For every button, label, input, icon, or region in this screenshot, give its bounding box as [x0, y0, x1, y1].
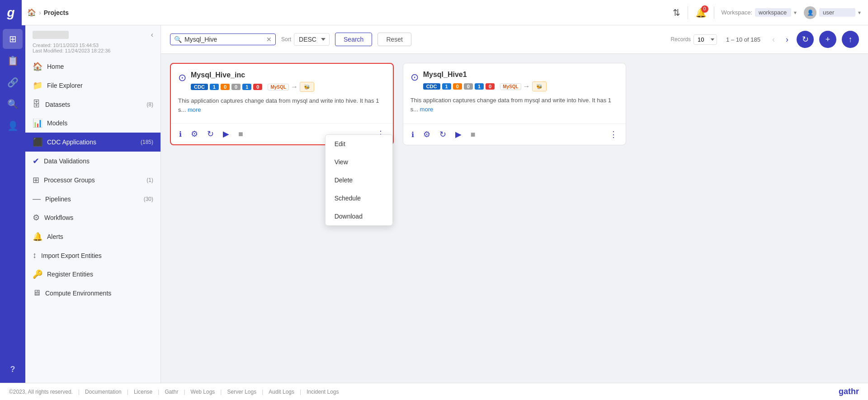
- main-body: ⊞ 📋 🔗 🔍 👤 ? ‹ Created: 10/11/2023 15:44:…: [0, 25, 868, 383]
- logo-letter: g: [7, 5, 14, 20]
- sidebar-nav: 🏠 Home 📁 File Explorer 🗄 Datasets (8) 📊 …: [25, 57, 160, 383]
- gear-icon-1: ⚙: [191, 129, 198, 139]
- sidebar-item-home[interactable]: 🏠 Home: [25, 57, 160, 76]
- workspace-selector[interactable]: Workspace: workspace ▾: [722, 8, 797, 17]
- context-menu-delete[interactable]: Delete: [326, 171, 392, 189]
- rail-item-help[interactable]: ?: [3, 359, 23, 379]
- toolbar: 🔍 ✕ Sort DESC ASC Search Reset Records 1…: [161, 25, 868, 54]
- logo[interactable]: g: [0, 0, 22, 25]
- sidebar-item-pipelines[interactable]: — Pipelines (30): [25, 190, 160, 208]
- footer-link-docs[interactable]: Documentation: [85, 389, 122, 395]
- context-menu-view[interactable]: View: [326, 153, 392, 171]
- sidebar-item-models[interactable]: 📊 Models: [25, 114, 160, 133]
- info-icon-2: ℹ: [411, 130, 414, 139]
- notification-count: 0: [701, 5, 708, 13]
- import-export-icon-btn[interactable]: ⇅: [673, 7, 680, 18]
- page-footer: ©2023, All rights reserved. | Documentat…: [0, 383, 868, 400]
- settings-btn-1[interactable]: ⚙: [190, 128, 199, 140]
- sidebar-item-datasets[interactable]: 🗄 Datasets (8): [25, 95, 160, 114]
- hive-chip-1: 🐝: [300, 82, 314, 92]
- footer-link-server-logs[interactable]: Server Logs: [227, 389, 256, 395]
- sidebar-item-label-alerts: Alerts: [47, 233, 153, 240]
- search-box: 🔍 ✕: [170, 33, 276, 45]
- rail-item-dashboard[interactable]: ⊞: [3, 29, 23, 49]
- sidebar-item-label-models: Models: [47, 119, 153, 127]
- info-btn-2[interactable]: ℹ: [410, 129, 415, 140]
- stop-btn-2[interactable]: ■: [470, 129, 476, 140]
- footer-link-gathr[interactable]: Gathr: [165, 389, 178, 395]
- sidebar-item-data-validations[interactable]: ✔ Data Validations: [25, 152, 160, 171]
- gear-icon-2: ⚙: [423, 129, 430, 139]
- refresh-card-btn-2[interactable]: ↻: [439, 129, 447, 140]
- card-more-link-1[interactable]: more: [188, 106, 201, 113]
- sidebar-item-workflows[interactable]: ⚙ Workflows: [25, 208, 160, 227]
- refresh-card-btn-1[interactable]: ↻: [206, 128, 215, 140]
- icon-rail: ⊞ 📋 🔗 🔍 👤 ?: [0, 25, 25, 383]
- add-btn[interactable]: +: [819, 31, 836, 48]
- card-title-1: Mysql_Hive_inc: [191, 71, 386, 79]
- context-menu: Edit View Delete Schedule Download: [325, 134, 393, 226]
- card-title-row-1: ⊙ Mysql_Hive_inc CDC 1 0 0 1 0: [178, 71, 386, 92]
- sidebar-item-cdc-applications[interactable]: ⬛ CDC Applications (185): [25, 133, 160, 152]
- stop-btn-1[interactable]: ■: [237, 129, 244, 140]
- card-title-2: Mysql_Hive1: [423, 71, 619, 79]
- footer-link-license[interactable]: License: [134, 389, 152, 395]
- sidebar-item-alerts[interactable]: 🔔 Alerts: [25, 227, 160, 246]
- rail-item-users[interactable]: 👤: [3, 116, 23, 136]
- arrow-icon-2: →: [523, 82, 530, 90]
- rail-item-search[interactable]: 🔍: [3, 94, 23, 114]
- footer-sep-5: |: [220, 389, 222, 395]
- breadcrumb-current: Projects: [44, 9, 69, 16]
- context-menu-schedule[interactable]: Schedule: [326, 189, 392, 207]
- records-select[interactable]: 10 25 50 100: [693, 34, 717, 45]
- card-more-link-2[interactable]: more: [420, 106, 434, 113]
- import-export-icon: ⇅: [673, 7, 680, 18]
- sidebar-item-register-entities[interactable]: 🔑 Register Entities: [25, 265, 160, 284]
- sidebar-meta: Created: 10/11/2023 15:44:53 Last Modifi…: [25, 41, 160, 57]
- add-icon: +: [826, 35, 830, 44]
- badge-2-3: 0: [464, 83, 473, 90]
- key-icon: 🔑: [33, 269, 42, 279]
- search-clear-btn[interactable]: ✕: [266, 36, 272, 43]
- sidebar-title: [33, 31, 69, 39]
- refresh-btn[interactable]: ↻: [797, 31, 814, 48]
- run-btn-1[interactable]: ▶: [222, 128, 230, 140]
- sidebar-item-compute-environments[interactable]: 🖥 Compute Environments: [25, 284, 160, 302]
- footer-sep-1: |: [78, 389, 80, 395]
- next-page-btn[interactable]: ›: [783, 34, 791, 45]
- settings-btn-2[interactable]: ⚙: [422, 129, 431, 140]
- notifications-btn[interactable]: 🔔 0: [695, 7, 707, 18]
- breadcrumb-home[interactable]: 🏠: [27, 8, 36, 17]
- sidebar-collapse-btn[interactable]: ‹: [151, 31, 153, 39]
- compute-icon: 🖥: [33, 288, 41, 298]
- reset-button[interactable]: Reset: [377, 33, 411, 46]
- sidebar-item-label-compute: Compute Environments: [45, 290, 153, 297]
- card-badges-2: CDC 1 0 0 1 0 MySQL → 🐝: [423, 81, 619, 91]
- rail-item-link[interactable]: 🔗: [3, 72, 23, 92]
- sidebar-item-import-export[interactable]: ↕ Import Export Entities: [25, 246, 160, 265]
- sort-select[interactable]: DESC ASC: [294, 33, 330, 46]
- info-btn-1[interactable]: ℹ: [178, 129, 183, 139]
- search-icon: 🔍: [174, 36, 182, 43]
- user-selector[interactable]: 👤 user ▾: [804, 6, 861, 19]
- more-options-btn-2[interactable]: ⋮: [609, 129, 618, 140]
- sidebar-item-file-explorer[interactable]: 📁 File Explorer: [25, 76, 160, 95]
- rail-item-notes[interactable]: 📋: [3, 51, 23, 71]
- search-button[interactable]: Search: [335, 33, 372, 46]
- context-menu-download[interactable]: Download: [326, 207, 392, 225]
- sidebar-modified: Last Modified: 11/24/2023 18:22:36: [33, 48, 153, 53]
- sidebar-item-badge-cdc: (185): [141, 139, 153, 145]
- prev-page-btn[interactable]: ‹: [769, 34, 778, 45]
- home-icon: 🏠: [33, 62, 42, 71]
- context-menu-edit[interactable]: Edit: [326, 135, 392, 153]
- play-icon-2: ▶: [455, 129, 462, 139]
- search-input[interactable]: [184, 36, 264, 43]
- sidebar-header: ‹: [25, 25, 160, 41]
- sort-label: Sort: [281, 36, 291, 43]
- sidebar-item-processor-groups[interactable]: ⊞ Processor Groups (1): [25, 171, 160, 190]
- footer-link-audit-logs[interactable]: Audit Logs: [269, 389, 294, 395]
- upload-btn[interactable]: ↑: [842, 31, 859, 48]
- footer-link-incident-logs[interactable]: Incident Logs: [307, 389, 339, 395]
- footer-link-web-logs[interactable]: Web Logs: [191, 389, 215, 395]
- run-btn-2[interactable]: ▶: [454, 129, 462, 140]
